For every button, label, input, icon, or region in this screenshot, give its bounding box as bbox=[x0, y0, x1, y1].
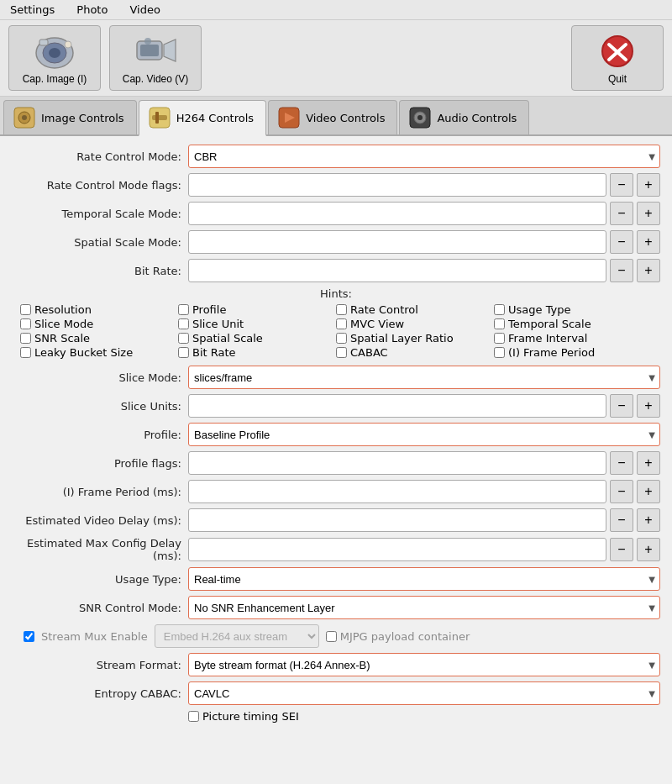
spatial-scale-mode-row: Spatial Scale Mode: 0 − + bbox=[12, 230, 660, 254]
rate-control-flags-input[interactable]: 0 bbox=[188, 173, 606, 197]
profile-select[interactable]: Baseline Profile Main Profile High Profi… bbox=[188, 423, 660, 446]
hint-frame-interval-checkbox[interactable] bbox=[494, 333, 505, 344]
tab-h264[interactable]: H264 Controls bbox=[139, 100, 267, 136]
usage-type-wrapper: Real-time Non-real-time ▼ bbox=[188, 567, 660, 591]
hint-spatial-layer-ratio[interactable]: Spatial Layer Ratio bbox=[336, 332, 494, 345]
hint-i-frame-period-checkbox[interactable] bbox=[494, 347, 505, 358]
est-max-config-delay-decrement[interactable]: − bbox=[610, 538, 633, 561]
est-max-config-delay-increment[interactable]: + bbox=[637, 538, 660, 561]
profile-flags-input[interactable]: 64 bbox=[188, 451, 606, 475]
cap-image-button[interactable]: Cap. Image (I) bbox=[8, 25, 101, 91]
temporal-scale-mode-decrement[interactable]: − bbox=[610, 202, 633, 225]
rate-control-mode-select[interactable]: CBR VBR CQ MBR bbox=[188, 145, 660, 168]
stream-format-select[interactable]: Byte stream format (H.264 Annex-B) NAL f… bbox=[188, 653, 660, 676]
hint-spatial-scale[interactable]: Spatial Scale bbox=[178, 332, 336, 345]
i-frame-period-increment[interactable]: + bbox=[637, 480, 660, 503]
rate-control-flags-control: 0 − + bbox=[188, 173, 660, 197]
slice-units-input[interactable]: 4 bbox=[188, 394, 606, 418]
hint-rate-control[interactable]: Rate Control bbox=[336, 303, 494, 316]
rate-control-flags-decrement[interactable]: − bbox=[610, 173, 633, 197]
menu-settings[interactable]: Settings bbox=[3, 2, 61, 18]
picture-timing-sei-label[interactable]: Picture timing SEI bbox=[188, 710, 299, 723]
hint-bit-rate-checkbox[interactable] bbox=[178, 347, 189, 358]
hint-usage-type-checkbox[interactable] bbox=[494, 304, 505, 315]
stream-format-control: Byte stream format (H.264 Annex-B) NAL f… bbox=[188, 653, 660, 676]
spatial-scale-mode-input[interactable]: 0 bbox=[188, 230, 606, 254]
tab-audio[interactable]: Audio Controls bbox=[399, 100, 529, 134]
hint-leaky-bucket[interactable]: Leaky Bucket Size bbox=[20, 346, 178, 359]
est-video-delay-input[interactable]: 6 bbox=[188, 508, 606, 532]
entropy-cabac-select[interactable]: CAVLC CABAC bbox=[188, 681, 660, 705]
tab-video-icon bbox=[277, 106, 301, 129]
bit-rate-increment[interactable]: + bbox=[637, 259, 660, 282]
menu-video[interactable]: Video bbox=[123, 2, 166, 18]
menu-photo[interactable]: Photo bbox=[70, 2, 114, 18]
bit-rate-decrement[interactable]: − bbox=[610, 259, 633, 282]
hint-i-frame-period[interactable]: (I) Frame Period bbox=[494, 346, 652, 359]
hint-temporal-scale[interactable]: Temporal Scale bbox=[494, 318, 652, 330]
hint-slice-unit[interactable]: Slice Unit bbox=[178, 318, 336, 330]
picture-timing-sei-checkbox[interactable] bbox=[188, 711, 199, 722]
quit-label: Quit bbox=[608, 73, 627, 85]
hint-spatial-layer-ratio-label: Spatial Layer Ratio bbox=[350, 332, 454, 345]
rate-control-flags-increment[interactable]: + bbox=[637, 173, 660, 197]
hint-cabac[interactable]: CABAC bbox=[336, 346, 494, 359]
hint-cabac-checkbox[interactable] bbox=[336, 347, 347, 358]
slice-units-decrement[interactable]: − bbox=[610, 394, 633, 418]
spatial-scale-mode-increment[interactable]: + bbox=[637, 230, 660, 254]
cap-video-button[interactable]: Cap. Video (V) bbox=[109, 25, 202, 91]
hints-section: Hints: Resolution Profile Rate Control U… bbox=[12, 287, 660, 359]
slice-units-increment[interactable]: + bbox=[637, 394, 660, 418]
hint-rate-control-checkbox[interactable] bbox=[336, 304, 347, 315]
picture-timing-sei-row: Picture timing SEI bbox=[12, 710, 660, 723]
tab-image[interactable]: Image Controls bbox=[3, 100, 137, 134]
hint-spatial-layer-ratio-checkbox[interactable] bbox=[336, 333, 347, 344]
stream-mux-checkbox[interactable] bbox=[24, 631, 34, 642]
est-max-config-delay-input[interactable]: 250 bbox=[188, 538, 606, 561]
hint-temporal-scale-checkbox[interactable] bbox=[494, 318, 505, 329]
hint-resolution-label: Resolution bbox=[34, 303, 92, 316]
hint-rate-control-label: Rate Control bbox=[350, 303, 418, 316]
mjpg-label[interactable]: MJPG payload container bbox=[326, 630, 470, 643]
hint-mvc-view-checkbox[interactable] bbox=[336, 318, 347, 329]
temporal-scale-mode-input[interactable]: 0 bbox=[188, 202, 606, 225]
hint-slice-mode[interactable]: Slice Mode bbox=[20, 318, 178, 330]
slice-mode-select[interactable]: slices/frame slices/bits slices/MBrow nu… bbox=[188, 366, 660, 389]
i-frame-period-decrement[interactable]: − bbox=[610, 480, 633, 503]
est-max-config-delay-label: Estimated Max Config Delay (ms): bbox=[12, 537, 188, 562]
hint-snr-scale-checkbox[interactable] bbox=[20, 333, 31, 344]
mjpg-checkbox[interactable] bbox=[326, 631, 337, 642]
hint-slice-unit-checkbox[interactable] bbox=[178, 318, 189, 329]
hint-leaky-bucket-label: Leaky Bucket Size bbox=[34, 346, 133, 359]
usage-type-select[interactable]: Real-time Non-real-time bbox=[188, 567, 660, 591]
tab-video[interactable]: Video Controls bbox=[268, 100, 397, 134]
hint-usage-type[interactable]: Usage Type bbox=[494, 303, 652, 316]
profile-flags-decrement[interactable]: − bbox=[610, 451, 633, 475]
profile-flags-increment[interactable]: + bbox=[637, 451, 660, 475]
quit-button[interactable]: Quit bbox=[571, 25, 664, 91]
cap-video-icon bbox=[130, 31, 181, 71]
tab-audio-icon bbox=[408, 106, 432, 129]
spatial-scale-mode-decrement[interactable]: − bbox=[610, 230, 633, 254]
picture-timing-sei-text: Picture timing SEI bbox=[202, 710, 299, 723]
est-video-delay-increment[interactable]: + bbox=[637, 508, 660, 532]
hint-profile[interactable]: Profile bbox=[178, 303, 336, 316]
hint-bit-rate[interactable]: Bit Rate bbox=[178, 346, 336, 359]
svg-point-8 bbox=[144, 38, 151, 45]
hint-spatial-scale-checkbox[interactable] bbox=[178, 333, 189, 344]
hint-slice-mode-checkbox[interactable] bbox=[20, 318, 31, 329]
hint-mvc-view[interactable]: MVC View bbox=[336, 318, 494, 330]
est-video-delay-decrement[interactable]: − bbox=[610, 508, 633, 532]
hint-resolution[interactable]: Resolution bbox=[20, 303, 178, 316]
hint-resolution-checkbox[interactable] bbox=[20, 304, 31, 315]
bit-rate-input[interactable]: 3000000 bbox=[188, 259, 606, 282]
hint-frame-interval[interactable]: Frame Interval bbox=[494, 332, 652, 345]
temporal-scale-mode-increment[interactable]: + bbox=[637, 202, 660, 225]
hint-snr-scale[interactable]: SNR Scale bbox=[20, 332, 178, 345]
snr-control-mode-select[interactable]: No SNR Enhancement Layer SNR Layer 1 SNR… bbox=[188, 596, 660, 619]
slice-units-control: 4 − + bbox=[188, 394, 660, 418]
svg-point-4 bbox=[65, 41, 71, 48]
hint-profile-checkbox[interactable] bbox=[178, 304, 189, 315]
i-frame-period-input[interactable]: 10000 bbox=[188, 480, 606, 503]
hint-leaky-bucket-checkbox[interactable] bbox=[20, 347, 31, 358]
